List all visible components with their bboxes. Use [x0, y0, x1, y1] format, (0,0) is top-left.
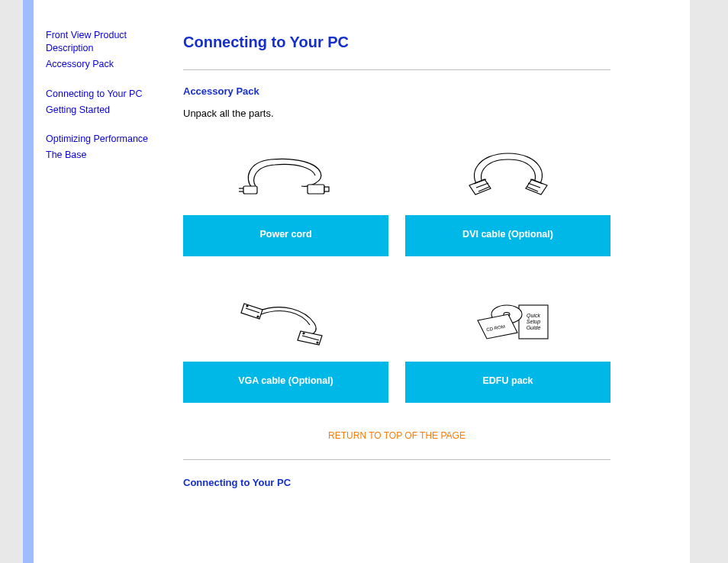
left-margin-bar — [23, 0, 34, 563]
connecting-heading: Connecting to Your PC — [183, 477, 610, 488]
svg-text:Setup: Setup — [526, 319, 540, 325]
divider — [183, 459, 610, 460]
accessory-label: DVI cable (Optional) — [405, 215, 610, 256]
main-content: Connecting to Your PC Accessory Pack Unp… — [183, 34, 610, 499]
accessory-cell: VGA cable (Optional) — [183, 279, 388, 426]
svg-point-12 — [246, 305, 248, 307]
accessory-label: Power cord — [183, 215, 388, 256]
sidebar-group: Connecting to Your PC Getting Started — [46, 88, 176, 117]
accessory-label: VGA cable (Optional) — [183, 362, 388, 403]
power-cord-icon — [183, 140, 388, 209]
document-page: Front View Product Description Accessory… — [23, 0, 690, 563]
dvi-cable-icon — [405, 140, 610, 209]
sidebar-group: Front View Product Description Accessory… — [46, 29, 176, 71]
sidebar-link-accessory-pack[interactable]: Accessory Pack — [46, 58, 176, 71]
accessory-cell: DVI cable (Optional) — [405, 133, 610, 279]
svg-rect-0 — [243, 186, 257, 194]
accessory-grid: Power cord — [183, 133, 610, 426]
svg-point-15 — [303, 333, 304, 334]
divider — [183, 69, 610, 70]
unpack-text: Unpack all the parts. — [183, 108, 610, 119]
accessory-cell: Power cord — [183, 133, 388, 279]
svg-point-16 — [317, 342, 318, 343]
sidebar-nav: Front View Product Description Accessory… — [46, 29, 176, 179]
sidebar-link-optimizing[interactable]: Optimizing Performance — [46, 133, 176, 146]
svg-rect-4 — [324, 187, 329, 191]
accessory-pack-heading: Accessory Pack — [183, 85, 610, 97]
vga-cable-icon — [183, 287, 388, 355]
svg-text:Guide: Guide — [526, 325, 540, 330]
svg-point-13 — [257, 316, 259, 317]
accessory-label: EDFU pack — [405, 362, 610, 403]
sidebar-link-the-base[interactable]: The Base — [46, 149, 176, 162]
sidebar-link-front-view[interactable]: Front View Product Description — [46, 29, 176, 55]
sidebar-group: Optimizing Performance The Base — [46, 133, 176, 162]
sidebar-link-getting-started[interactable]: Getting Started — [46, 104, 176, 117]
page-title: Connecting to Your PC — [183, 34, 610, 51]
svg-rect-3 — [308, 185, 324, 194]
svg-text:Quick: Quick — [527, 313, 540, 319]
sidebar-link-connecting[interactable]: Connecting to Your PC — [46, 88, 176, 101]
accessory-cell: Quick Setup Guide CD-ROM EDFU pack — [405, 279, 610, 426]
edfu-pack-icon: Quick Setup Guide CD-ROM — [405, 287, 610, 355]
return-to-top-link[interactable]: RETURN TO TOP OF THE PAGE — [183, 430, 610, 441]
